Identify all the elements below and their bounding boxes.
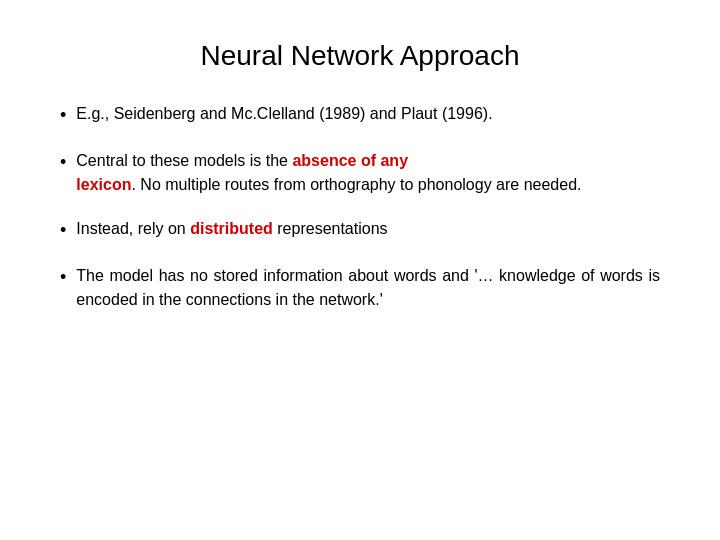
bullet-list: • E.g., Seidenberg and Mc.Clelland (1989…	[60, 102, 660, 312]
bullet-item-1: • E.g., Seidenberg and Mc.Clelland (1989…	[60, 102, 660, 129]
highlight-lexicon: lexicon	[76, 176, 131, 193]
bullet-text-2: Central to these models is the absence o…	[76, 149, 660, 197]
bullet-dot-2: •	[60, 149, 66, 176]
slide: Neural Network Approach • E.g., Seidenbe…	[0, 0, 720, 540]
slide-title: Neural Network Approach	[60, 40, 660, 72]
bullet-dot-1: •	[60, 102, 66, 129]
highlight-distributed: distributed	[190, 220, 273, 237]
bullet-dot-4: •	[60, 264, 66, 291]
bullet-item-3: • Instead, rely on distributed represent…	[60, 217, 660, 244]
bullet-item-2: • Central to these models is the absence…	[60, 149, 660, 197]
bullet-text-1: E.g., Seidenberg and Mc.Clelland (1989) …	[76, 102, 660, 126]
highlight-absence: absence	[292, 152, 356, 169]
bullet-text-3: Instead, rely on distributed representat…	[76, 217, 660, 241]
bullet-text-4: The model has no stored information abou…	[76, 264, 660, 312]
highlight-of-any: of any	[361, 152, 408, 169]
bullet-dot-3: •	[60, 217, 66, 244]
bullet-item-4: • The model has no stored information ab…	[60, 264, 660, 312]
